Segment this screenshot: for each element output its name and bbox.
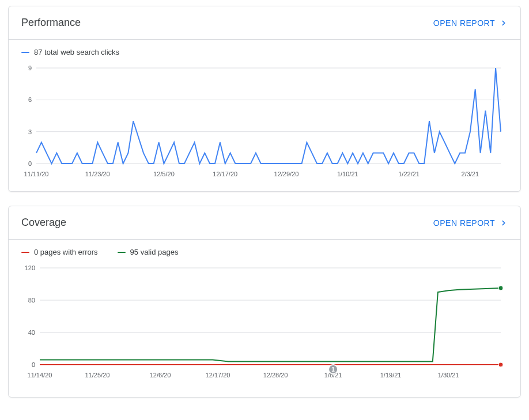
open-report-label: OPEN REPORT — [433, 18, 495, 28]
coverage-chart: 0408012011/14/2011/25/2012/6/2012/17/201… — [9, 260, 520, 397]
coverage-header: Coverage OPEN REPORT — [9, 206, 520, 240]
svg-text:6: 6 — [28, 96, 32, 103]
svg-text:0: 0 — [32, 361, 35, 368]
performance-card: Performance OPEN REPORT 87 total web sea… — [8, 6, 521, 192]
coverage-legend: 0 pages with errors 95 valid pages — [9, 240, 520, 260]
svg-text:120: 120 — [25, 264, 35, 271]
svg-text:12/28/20: 12/28/20 — [263, 372, 288, 379]
performance-legend: 87 total web search clicks — [9, 40, 520, 60]
svg-text:80: 80 — [28, 297, 35, 304]
svg-text:11/23/20: 11/23/20 — [85, 171, 110, 177]
svg-text:12/17/20: 12/17/20 — [206, 372, 231, 379]
svg-point-24 — [498, 362, 503, 367]
performance-legend-clicks: 87 total web search clicks — [21, 48, 119, 56]
svg-text:11/25/20: 11/25/20 — [85, 372, 110, 379]
coverage-card: Coverage OPEN REPORT 0 pages with errors… — [8, 206, 521, 398]
svg-text:1/30/21: 1/30/21 — [438, 372, 459, 379]
performance-open-report-button[interactable]: OPEN REPORT — [433, 18, 508, 28]
svg-text:1/10/21: 1/10/21 — [337, 171, 358, 177]
performance-line-chart: 036911/11/2011/23/2012/5/2012/17/2012/29… — [17, 60, 512, 181]
svg-text:12/29/20: 12/29/20 — [274, 171, 299, 177]
coverage-title: Coverage — [21, 217, 66, 229]
performance-title: Performance — [21, 17, 81, 29]
legend-label: 0 pages with errors — [34, 248, 98, 256]
legend-swatch-icon — [21, 52, 29, 53]
legend-label: 87 total web search clicks — [34, 48, 119, 56]
performance-chart: 036911/11/2011/23/2012/5/2012/17/2012/29… — [9, 60, 520, 191]
svg-text:9: 9 — [28, 65, 32, 71]
svg-text:11/14/20: 11/14/20 — [28, 372, 52, 379]
svg-text:40: 40 — [28, 329, 35, 336]
svg-text:1/22/21: 1/22/21 — [398, 171, 420, 177]
legend-swatch-icon — [118, 252, 126, 253]
chevron-right-icon — [500, 219, 508, 227]
svg-text:1: 1 — [331, 366, 335, 373]
open-report-label: OPEN REPORT — [433, 218, 495, 228]
performance-header: Performance OPEN REPORT — [9, 6, 520, 40]
svg-point-25 — [498, 286, 503, 290]
coverage-open-report-button[interactable]: OPEN REPORT — [433, 218, 508, 228]
svg-text:11/11/20: 11/11/20 — [24, 171, 49, 177]
svg-text:0: 0 — [28, 160, 32, 167]
svg-text:3: 3 — [28, 128, 32, 135]
legend-swatch-icon — [21, 252, 29, 253]
svg-text:12/17/20: 12/17/20 — [213, 171, 237, 177]
svg-text:1/19/21: 1/19/21 — [380, 372, 402, 379]
legend-label: 95 valid pages — [130, 248, 179, 256]
coverage-legend-errors: 0 pages with errors — [21, 248, 98, 256]
coverage-legend-valid: 95 valid pages — [118, 248, 179, 256]
coverage-line-chart: 0408012011/14/2011/25/2012/6/2012/17/201… — [17, 260, 512, 387]
chevron-right-icon — [500, 19, 508, 27]
svg-text:12/5/20: 12/5/20 — [153, 171, 175, 177]
svg-text:12/6/20: 12/6/20 — [150, 372, 171, 379]
svg-text:2/3/21: 2/3/21 — [462, 171, 479, 177]
